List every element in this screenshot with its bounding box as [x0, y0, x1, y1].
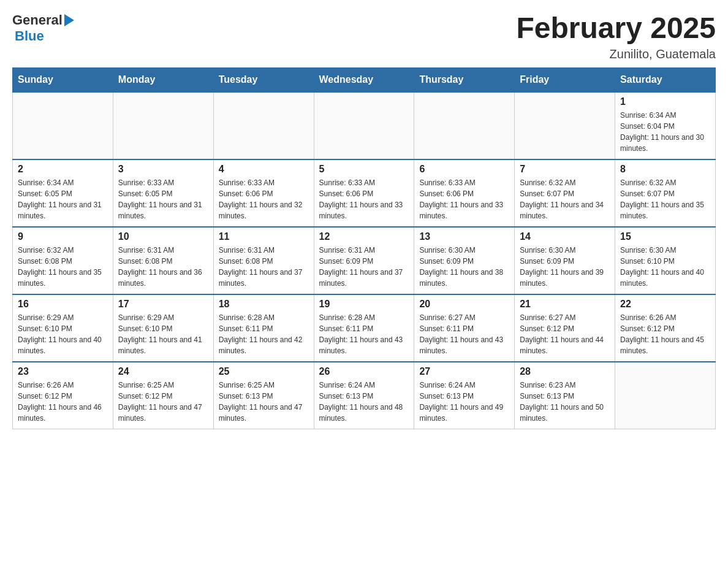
- table-row: [414, 92, 515, 159]
- day-info: Sunrise: 6:31 AMSunset: 6:08 PMDaylight:…: [219, 245, 309, 289]
- day-info: Sunrise: 6:28 AMSunset: 6:11 PMDaylight:…: [219, 312, 309, 356]
- day-info: Sunrise: 6:31 AMSunset: 6:09 PMDaylight:…: [319, 245, 409, 289]
- table-row: 10Sunrise: 6:31 AMSunset: 6:08 PMDayligh…: [113, 227, 213, 294]
- table-row: 3Sunrise: 6:33 AMSunset: 6:05 PMDaylight…: [113, 159, 213, 227]
- day-number: 23: [18, 366, 108, 377]
- day-number: 13: [419, 231, 509, 242]
- table-row: 12Sunrise: 6:31 AMSunset: 6:09 PMDayligh…: [314, 227, 414, 294]
- table-row: [213, 92, 314, 159]
- day-number: 28: [520, 366, 610, 377]
- day-number: 26: [319, 366, 409, 377]
- table-row: 21Sunrise: 6:27 AMSunset: 6:12 PMDayligh…: [515, 294, 615, 362]
- day-info: Sunrise: 6:26 AMSunset: 6:12 PMDaylight:…: [18, 380, 108, 424]
- day-info: Sunrise: 6:31 AMSunset: 6:08 PMDaylight:…: [118, 245, 208, 289]
- table-row: 17Sunrise: 6:29 AMSunset: 6:10 PMDayligh…: [113, 294, 213, 362]
- calendar-week-row: 9Sunrise: 6:32 AMSunset: 6:08 PMDaylight…: [13, 227, 716, 294]
- table-row: 19Sunrise: 6:28 AMSunset: 6:11 PMDayligh…: [314, 294, 414, 362]
- month-title: February 2025: [516, 12, 716, 45]
- page-header: General Blue February 2025 Zunilito, Gua…: [12, 12, 716, 61]
- table-row: 8Sunrise: 6:32 AMSunset: 6:07 PMDaylight…: [615, 159, 716, 227]
- day-info: Sunrise: 6:33 AMSunset: 6:05 PMDaylight:…: [118, 177, 208, 221]
- day-info: Sunrise: 6:30 AMSunset: 6:09 PMDaylight:…: [520, 245, 610, 289]
- logo-general-text: General: [12, 12, 63, 28]
- day-info: Sunrise: 6:32 AMSunset: 6:07 PMDaylight:…: [620, 177, 710, 221]
- table-row: 6Sunrise: 6:33 AMSunset: 6:06 PMDaylight…: [414, 159, 515, 227]
- day-number: 17: [118, 299, 208, 310]
- day-info: Sunrise: 6:24 AMSunset: 6:13 PMDaylight:…: [319, 380, 409, 424]
- day-info: Sunrise: 6:32 AMSunset: 6:07 PMDaylight:…: [520, 177, 610, 221]
- day-info: Sunrise: 6:30 AMSunset: 6:10 PMDaylight:…: [620, 245, 710, 289]
- table-row: 7Sunrise: 6:32 AMSunset: 6:07 PMDaylight…: [515, 159, 615, 227]
- col-monday: Monday: [113, 67, 213, 92]
- day-number: 27: [419, 366, 509, 377]
- col-thursday: Thursday: [414, 67, 515, 92]
- day-info: Sunrise: 6:25 AMSunset: 6:13 PMDaylight:…: [219, 380, 309, 424]
- day-info: Sunrise: 6:33 AMSunset: 6:06 PMDaylight:…: [319, 177, 409, 221]
- day-info: Sunrise: 6:24 AMSunset: 6:13 PMDaylight:…: [419, 380, 509, 424]
- table-row: 26Sunrise: 6:24 AMSunset: 6:13 PMDayligh…: [314, 362, 414, 429]
- table-row: 20Sunrise: 6:27 AMSunset: 6:11 PMDayligh…: [414, 294, 515, 362]
- table-row: 22Sunrise: 6:26 AMSunset: 6:12 PMDayligh…: [615, 294, 716, 362]
- table-row: [13, 92, 113, 159]
- logo: General Blue: [12, 12, 74, 44]
- day-number: 1: [620, 96, 710, 107]
- table-row: 14Sunrise: 6:30 AMSunset: 6:09 PMDayligh…: [515, 227, 615, 294]
- day-number: 4: [219, 164, 309, 175]
- table-row: [314, 92, 414, 159]
- day-number: 8: [620, 164, 710, 175]
- day-number: 22: [620, 299, 710, 310]
- calendar-header-row: Sunday Monday Tuesday Wednesday Thursday…: [13, 67, 716, 92]
- day-number: 18: [219, 299, 309, 310]
- day-number: 21: [520, 299, 610, 310]
- day-info: Sunrise: 6:23 AMSunset: 6:13 PMDaylight:…: [520, 380, 610, 424]
- table-row: 1Sunrise: 6:34 AMSunset: 6:04 PMDaylight…: [615, 92, 716, 159]
- day-number: 20: [419, 299, 509, 310]
- table-row: 24Sunrise: 6:25 AMSunset: 6:12 PMDayligh…: [113, 362, 213, 429]
- col-wednesday: Wednesday: [314, 67, 414, 92]
- day-number: 7: [520, 164, 610, 175]
- day-info: Sunrise: 6:33 AMSunset: 6:06 PMDaylight:…: [419, 177, 509, 221]
- calendar-week-row: 1Sunrise: 6:34 AMSunset: 6:04 PMDaylight…: [13, 92, 716, 159]
- day-info: Sunrise: 6:33 AMSunset: 6:06 PMDaylight:…: [219, 177, 309, 221]
- day-number: 10: [118, 231, 208, 242]
- day-info: Sunrise: 6:32 AMSunset: 6:08 PMDaylight:…: [18, 245, 108, 289]
- table-row: 4Sunrise: 6:33 AMSunset: 6:06 PMDaylight…: [213, 159, 314, 227]
- table-row: 15Sunrise: 6:30 AMSunset: 6:10 PMDayligh…: [615, 227, 716, 294]
- day-info: Sunrise: 6:34 AMSunset: 6:05 PMDaylight:…: [18, 177, 108, 221]
- table-row: 28Sunrise: 6:23 AMSunset: 6:13 PMDayligh…: [515, 362, 615, 429]
- logo-triangle-icon: [64, 14, 74, 26]
- col-friday: Friday: [515, 67, 615, 92]
- table-row: 9Sunrise: 6:32 AMSunset: 6:08 PMDaylight…: [13, 227, 113, 294]
- day-info: Sunrise: 6:30 AMSunset: 6:09 PMDaylight:…: [419, 245, 509, 289]
- day-info: Sunrise: 6:27 AMSunset: 6:12 PMDaylight:…: [520, 312, 610, 356]
- table-row: 23Sunrise: 6:26 AMSunset: 6:12 PMDayligh…: [13, 362, 113, 429]
- calendar-week-row: 16Sunrise: 6:29 AMSunset: 6:10 PMDayligh…: [13, 294, 716, 362]
- day-number: 3: [118, 164, 208, 175]
- table-row: 5Sunrise: 6:33 AMSunset: 6:06 PMDaylight…: [314, 159, 414, 227]
- day-number: 5: [319, 164, 409, 175]
- day-number: 24: [118, 366, 208, 377]
- day-number: 19: [319, 299, 409, 310]
- day-number: 9: [18, 231, 108, 242]
- col-tuesday: Tuesday: [213, 67, 314, 92]
- day-info: Sunrise: 6:29 AMSunset: 6:10 PMDaylight:…: [118, 312, 208, 356]
- day-info: Sunrise: 6:34 AMSunset: 6:04 PMDaylight:…: [620, 110, 710, 154]
- table-row: 27Sunrise: 6:24 AMSunset: 6:13 PMDayligh…: [414, 362, 515, 429]
- table-row: 16Sunrise: 6:29 AMSunset: 6:10 PMDayligh…: [13, 294, 113, 362]
- table-row: [615, 362, 716, 429]
- table-row: [515, 92, 615, 159]
- location: Zunilito, Guatemala: [516, 47, 716, 61]
- calendar-week-row: 23Sunrise: 6:26 AMSunset: 6:12 PMDayligh…: [13, 362, 716, 429]
- day-number: 25: [219, 366, 309, 377]
- table-row: 2Sunrise: 6:34 AMSunset: 6:05 PMDaylight…: [13, 159, 113, 227]
- calendar-table: Sunday Monday Tuesday Wednesday Thursday…: [12, 67, 716, 430]
- day-number: 14: [520, 231, 610, 242]
- title-block: February 2025 Zunilito, Guatemala: [516, 12, 716, 61]
- calendar-week-row: 2Sunrise: 6:34 AMSunset: 6:05 PMDaylight…: [13, 159, 716, 227]
- day-number: 16: [18, 299, 108, 310]
- day-info: Sunrise: 6:28 AMSunset: 6:11 PMDaylight:…: [319, 312, 409, 356]
- day-number: 6: [419, 164, 509, 175]
- day-info: Sunrise: 6:27 AMSunset: 6:11 PMDaylight:…: [419, 312, 509, 356]
- col-sunday: Sunday: [13, 67, 113, 92]
- logo-blue-text: Blue: [15, 28, 44, 44]
